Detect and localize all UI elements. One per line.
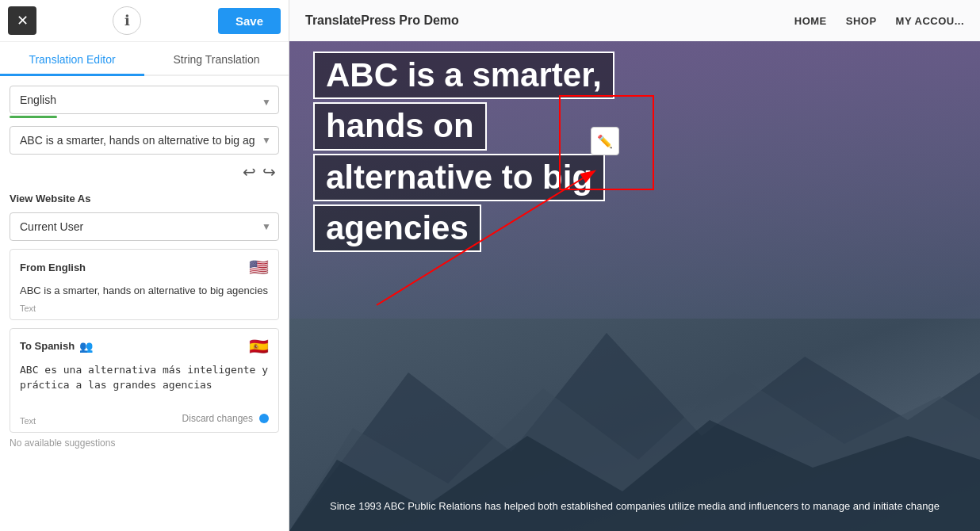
panel-body: English ▼ ABC is a smarter, hands on alt… xyxy=(0,76,289,433)
next-arrow-button[interactable]: ↪ xyxy=(262,162,276,181)
view-as-dropdown-wrap: Current User ▼ xyxy=(10,212,279,241)
nav-link-account: MY ACCOU... xyxy=(896,15,964,27)
to-footer: Text Discard changes xyxy=(20,411,269,426)
edit-pencil-button[interactable]: ✏️ xyxy=(591,127,619,155)
to-title-text: To Spanish xyxy=(20,340,75,352)
nav-link-shop: SHOP xyxy=(846,15,877,27)
to-header: To Spanish 👥 🇪🇸 xyxy=(20,337,269,356)
to-field-type: Text xyxy=(20,416,36,426)
save-button[interactable]: Save xyxy=(218,8,281,34)
hero-box-line3[interactable]: alternative to big xyxy=(313,154,605,201)
prev-arrow-button[interactable]: ↩ xyxy=(243,162,256,181)
mountain-illustration xyxy=(289,214,980,531)
preview-nav-links: HOME SHOP MY ACCOU... xyxy=(794,15,964,27)
right-panel: TranslatePress Pro Demo HOME SHOP MY ACC… xyxy=(289,0,980,531)
from-text: ABC is a smarter, hands on alternative t… xyxy=(20,283,269,299)
top-bar: ✕ ℹ Save xyxy=(0,0,289,42)
hero-text-line3: alternative to big xyxy=(326,159,592,196)
hero-box-line4[interactable]: agencies xyxy=(313,204,481,252)
hero-text-line2: hands on xyxy=(326,107,474,144)
nav-arrows: ↩ ↪ xyxy=(10,162,279,181)
hero-subtitle: Since 1993 ABC Public Relations has help… xyxy=(330,500,940,512)
from-field-type: Text xyxy=(20,304,269,313)
tabs-bar: Translation Editor String Translation xyxy=(0,42,289,76)
hero-text-line4: agencies xyxy=(326,209,469,246)
discard-changes-link[interactable]: Discard changes xyxy=(182,413,253,424)
string-dropdown-wrap: ABC is a smarter, hands on alternative t… xyxy=(10,126,279,155)
language-indicator-bar xyxy=(10,116,57,118)
hero-subtitle-area: Since 1993 ABC Public Relations has help… xyxy=(289,499,980,515)
from-header: From English 🇺🇸 xyxy=(20,258,269,277)
blue-dot-indicator xyxy=(259,414,269,423)
view-website-as-label: View Website As xyxy=(10,193,279,204)
to-section: To Spanish 👥 🇪🇸 Text Discard changes xyxy=(10,328,279,433)
view-as-dropdown[interactable]: Current User xyxy=(10,212,279,241)
nav-link-home: HOME xyxy=(794,15,827,27)
tab-translation-editor[interactable]: Translation Editor xyxy=(0,42,144,76)
no-suggestions-label: No available suggestions xyxy=(0,433,289,458)
tab-string-translation[interactable]: String Translation xyxy=(144,42,289,76)
language-dropdown[interactable]: English xyxy=(10,86,279,114)
close-button[interactable]: ✕ xyxy=(8,6,36,35)
to-textarea[interactable] xyxy=(20,362,269,405)
hero-box-line2[interactable]: hands on xyxy=(313,102,487,150)
from-flag: 🇺🇸 xyxy=(249,258,269,277)
people-icon: 👥 xyxy=(79,340,93,353)
hero-content: ABC is a smarter, hands on alternative t… xyxy=(313,52,964,255)
hero-box-line1[interactable]: ABC is a smarter, xyxy=(313,52,614,99)
language-dropdown-wrap: English ▼ xyxy=(10,86,279,118)
string-dropdown[interactable]: ABC is a smarter, hands on alternative t… xyxy=(10,126,279,155)
preview-navbar: TranslatePress Pro Demo HOME SHOP MY ACC… xyxy=(289,0,980,41)
from-title: From English xyxy=(20,262,86,273)
to-flag: 🇪🇸 xyxy=(249,337,269,356)
to-title: To Spanish 👥 xyxy=(20,340,93,353)
hero-text-line1: ABC is a smarter, xyxy=(326,56,602,94)
left-panel: ✕ ℹ Save Translation Editor String Trans… xyxy=(0,0,289,531)
from-section: From English 🇺🇸 ABC is a smarter, hands … xyxy=(10,249,279,320)
info-button[interactable]: ℹ xyxy=(113,6,141,35)
preview-brand: TranslatePress Pro Demo xyxy=(305,13,794,28)
